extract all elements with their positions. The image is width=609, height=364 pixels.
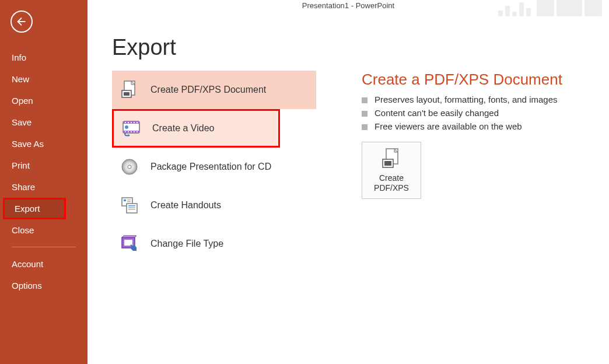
svg-rect-26 <box>128 209 135 210</box>
create-pdf-xps-icon <box>382 148 401 170</box>
svg-rect-11 <box>125 131 126 132</box>
svg-point-18 <box>128 165 131 169</box>
create-pdf-xps-label-line2: PDF/XPS <box>374 183 409 194</box>
svg-rect-20 <box>124 200 126 201</box>
bullet-icon <box>362 97 368 103</box>
option-pdf-xps-label: Create PDF/XPS Document <box>142 85 266 95</box>
detail-point-text: Free viewers are available on the web <box>374 121 522 131</box>
detail-point: Preserves layout, formatting, fonts, and… <box>362 94 609 104</box>
option-create-video[interactable]: Create a Video <box>112 109 280 148</box>
option-video-label: Create a Video <box>144 123 214 134</box>
nav-info[interactable]: Info <box>0 47 88 68</box>
svg-rect-12 <box>128 131 129 132</box>
svg-rect-14 <box>134 131 135 132</box>
nav-export[interactable]: Export <box>3 198 66 219</box>
option-package-cd[interactable]: Package Presentation for CD <box>112 148 340 186</box>
nav-save[interactable]: Save <box>0 111 88 133</box>
export-options-list: Create PDF/XPS Document <box>112 71 340 263</box>
svg-rect-25 <box>128 207 135 208</box>
detail-point-text: Preserves layout, formatting, fonts, and… <box>374 94 557 104</box>
nav-options[interactable]: Options <box>0 275 88 296</box>
detail-point-text: Content can't be easily changed <box>374 108 499 118</box>
svg-rect-10 <box>136 122 138 123</box>
option-create-pdf-xps[interactable]: Create PDF/XPS Document <box>112 71 316 109</box>
detail-point: Free viewers are available on the web <box>362 121 609 131</box>
create-pdf-xps-label-line1: Create <box>379 173 404 184</box>
svg-rect-2 <box>124 92 130 96</box>
detail-title: Create a PDF/XPS Document <box>362 71 609 89</box>
option-handouts-label: Create Handouts <box>142 200 221 211</box>
bullet-icon <box>362 124 368 130</box>
svg-point-16 <box>125 125 128 129</box>
detail-list: Preserves layout, formatting, fonts, and… <box>362 94 609 131</box>
bullet-icon <box>362 111 368 117</box>
nav-divider <box>12 247 76 247</box>
nav-list: Info New Open Save Save As Print Share E… <box>0 47 88 296</box>
svg-rect-9 <box>134 122 135 123</box>
detail-point: Content can't be easily changed <box>362 108 609 118</box>
svg-rect-13 <box>131 131 132 132</box>
file-type-icon <box>117 235 142 253</box>
video-icon <box>118 120 144 136</box>
main-panel: Presentation1 - PowerPoint Export <box>88 0 609 364</box>
nav-print[interactable]: Print <box>0 155 88 176</box>
detail-panel: Create a PDF/XPS Document Preserves layo… <box>340 71 609 263</box>
svg-rect-8 <box>131 122 132 123</box>
svg-rect-21 <box>127 200 131 201</box>
svg-rect-6 <box>125 122 126 123</box>
option-create-handouts[interactable]: Create Handouts <box>112 186 340 225</box>
app-window: Info New Open Save Save As Print Share E… <box>0 0 609 364</box>
pdf-xps-icon <box>117 80 142 100</box>
svg-rect-7 <box>128 122 129 123</box>
svg-rect-23 <box>127 204 137 213</box>
nav-share[interactable]: Share <box>0 176 88 198</box>
nav-save-as[interactable]: Save As <box>0 133 88 155</box>
svg-rect-15 <box>136 131 138 132</box>
handouts-icon <box>117 196 142 215</box>
nav-close[interactable]: Close <box>0 219 88 241</box>
option-filetype-label: Change File Type <box>142 239 223 249</box>
nav-open[interactable]: Open <box>0 90 88 111</box>
svg-rect-24 <box>128 205 135 206</box>
decor-bars <box>498 0 603 16</box>
backstage-sidebar: Info New Open Save Save As Print Share E… <box>0 0 88 364</box>
nav-account[interactable]: Account <box>0 253 88 275</box>
nav-new[interactable]: New <box>0 68 88 90</box>
back-button[interactable] <box>10 10 33 33</box>
svg-rect-22 <box>127 201 131 202</box>
cd-icon <box>117 158 142 176</box>
back-arrow-icon <box>15 15 28 28</box>
content-row: Create PDF/XPS Document <box>88 71 609 263</box>
svg-rect-31 <box>384 161 391 166</box>
option-package-label: Package Presentation for CD <box>142 162 271 172</box>
option-change-file-type[interactable]: Change File Type <box>112 225 340 263</box>
create-pdf-xps-button[interactable]: Create PDF/XPS <box>362 142 421 199</box>
